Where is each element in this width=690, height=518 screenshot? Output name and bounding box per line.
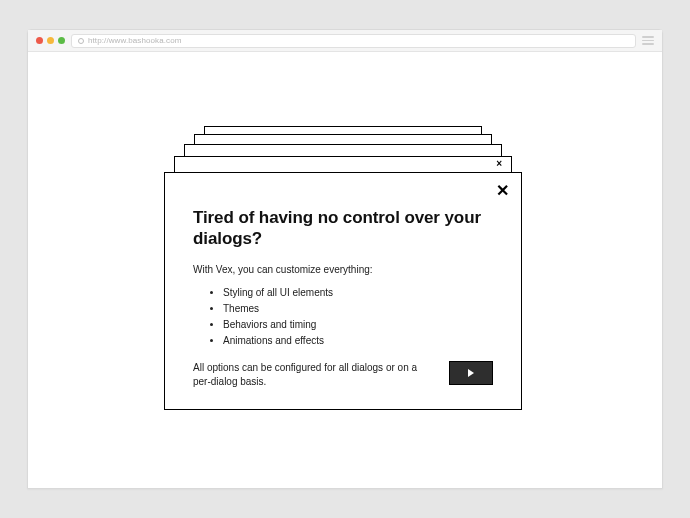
hamburger-menu-icon[interactable] <box>642 36 654 45</box>
window-minimize-button[interactable] <box>47 37 54 44</box>
dialog-title: Tired of having no control over your dia… <box>193 207 493 250</box>
browser-window: http://www.bashooka.com × ✕ Tired of hav… <box>27 29 663 489</box>
list-item: Behaviors and timing <box>223 317 493 333</box>
browser-chrome: http://www.bashooka.com <box>28 30 662 52</box>
url-bar[interactable]: http://www.bashooka.com <box>71 34 636 48</box>
list-item: Themes <box>223 301 493 317</box>
dialog-close-button[interactable]: ✕ <box>496 183 509 199</box>
window-zoom-button[interactable] <box>58 37 65 44</box>
list-item: Styling of all UI elements <box>223 285 493 301</box>
dialog: ✕ Tired of having no control over your d… <box>164 172 522 410</box>
list-item: Animations and effects <box>223 333 493 349</box>
site-info-icon <box>78 38 84 44</box>
page-content: × ✕ Tired of having no control over your… <box>28 52 662 488</box>
dialog-feature-list: Styling of all UI elements Themes Behavi… <box>223 285 493 349</box>
play-icon <box>468 369 474 377</box>
window-close-button[interactable] <box>36 37 43 44</box>
dialog-intro: With Vex, you can customize everything: <box>193 264 493 275</box>
traffic-lights <box>36 37 65 44</box>
play-button[interactable] <box>449 361 493 385</box>
dialog-footnote: All options can be configured for all di… <box>193 361 433 390</box>
dialog-footer: All options can be configured for all di… <box>193 361 493 390</box>
close-icon: × <box>496 158 502 169</box>
url-text: http://www.bashooka.com <box>88 36 181 45</box>
